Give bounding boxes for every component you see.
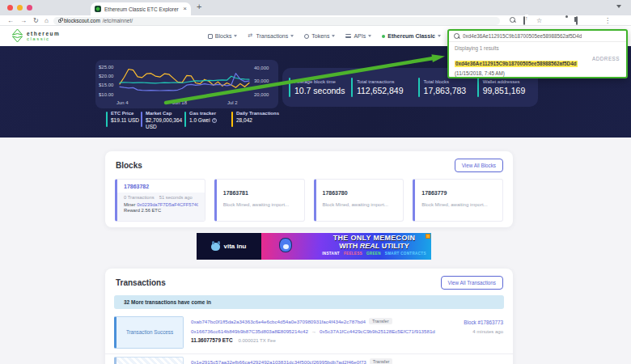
nav-item-tokens[interactable]: Tokens: [304, 33, 335, 39]
transaction-row: 0x1e2915c57aa32efb66ca4292492a103831dc34…: [105, 354, 513, 364]
forward-button[interactable]: →: [20, 15, 27, 26]
miner-address-link[interactable]: 0x0239da7F7D5aF4CFF574C507bb...: [137, 202, 198, 207]
search-result-address-link[interactable]: 0xd4e36Ae112915C9b18700505ee58988562af5D…: [455, 61, 578, 67]
block-tile[interactable]: 17863780 Block Mined, awaiting import...: [314, 179, 404, 222]
share-icon[interactable]: [523, 16, 525, 25]
ad-tag: SMART CONTRACTS: [385, 252, 426, 256]
hero-substats-row: ETC Price $19.11 USD Market Cap $2,709,0…: [106, 111, 290, 131]
address-bar[interactable]: blockscout.com/etc/mainnet/: [53, 17, 500, 25]
lock-icon: [58, 19, 61, 23]
x-axis-tick: Jul 2: [227, 100, 238, 105]
bookmark-star-icon[interactable]: ☆: [536, 17, 542, 24]
new-transactions-banner[interactable]: 32 More transactions have come in: [114, 295, 504, 309]
window-zoom-button[interactable]: [27, 5, 32, 11]
from-address-link[interactable]: 0x166736cc614b849b9b87C35d803a8E8095214c…: [191, 328, 308, 334]
block-tiles: 17863782 0 Transactions 51 seconds ago M…: [105, 177, 513, 223]
transaction-value: 11.36077579 ETC: [191, 337, 233, 343]
ad-tag: GREEN: [366, 252, 381, 256]
reload-button[interactable]: ↻: [33, 15, 39, 26]
ad-subheadline: WITH REAL UTILITY: [303, 243, 431, 251]
nav-item-network-selector[interactable]: Ethereum Classic: [382, 33, 441, 39]
transactions-title: Transactions: [116, 278, 166, 287]
stat-accent-bar: [418, 78, 420, 97]
search-results-dropdown: 0xd4e36Ae112915C9b18700505ee58988562af5D…: [447, 29, 628, 78]
block-age: 51 seconds ago: [159, 195, 193, 200]
browser-tab[interactable]: Ethereum Classic ETC Explorer ×: [91, 2, 191, 15]
substat-accent-bar: [231, 112, 233, 127]
hero-chart-plot[interactable]: [118, 61, 251, 99]
substat-accent-bar: [184, 112, 186, 127]
transaction-status-badge: Transaction Success: [114, 316, 184, 349]
substat-etc-price: ETC Price $19.11 USD: [106, 111, 141, 131]
block-number-link[interactable]: 17863782: [117, 180, 205, 193]
window-minimize-button[interactable]: [17, 5, 23, 11]
blocks-title: Blocks: [116, 161, 142, 170]
y2-axis-tick: 40,000: [254, 66, 269, 70]
block-tile[interactable]: 17863781 Block Mined, awaiting import...: [214, 179, 305, 222]
info-icon[interactable]: ?: [212, 118, 217, 123]
ad-banner[interactable]: vita inu THE ONLY MEMECOIN WITH REAL UTI…: [197, 233, 431, 260]
substat-gas-tracker: Gas tracker 1.0 Gwei?: [184, 111, 231, 131]
transaction-type-tag: Transfer: [369, 318, 392, 324]
nav-item-apis[interactable]: APIs: [345, 33, 371, 39]
browser-url-bar: ← → ↻ ⌂ blockscout.com/etc/mainnet/ ☆ ⋮: [0, 15, 631, 26]
back-button[interactable]: ←: [7, 15, 14, 26]
nav-item-transactions[interactable]: Transactions: [248, 33, 294, 39]
search-icon: [454, 33, 459, 39]
stat-total-blocks: Total blocks 17,863,783: [418, 78, 477, 97]
ad-info-icon[interactable]: [426, 234, 430, 239]
dog-mascot-icon: [279, 238, 292, 252]
transaction-fee: 0.000021 TX Fee: [239, 338, 276, 343]
transaction-type-tag: Transfer: [370, 358, 393, 364]
x-axis-tick: Jun 18: [172, 100, 187, 105]
search-input[interactable]: 0xd4e36Ae112915C9b18700505ee58988562af5D…: [449, 31, 626, 42]
tab-favicon-icon: [95, 6, 101, 12]
search-query-text: 0xd4e36Ae112915C9b18700505ee58988562af5D…: [463, 33, 582, 39]
block-tile[interactable]: 17863779 Block Mined, awaiting import...: [413, 179, 503, 222]
substat-accent-bar: [141, 112, 142, 127]
etc-diamond-icon: [11, 29, 23, 42]
chevron-down-icon: [368, 35, 371, 37]
block-number: 17863781: [217, 186, 304, 199]
y2-axis-tick: 20,000: [254, 92, 269, 97]
to-address-link[interactable]: 0x5c37A1fCc4429cC9b9b25128Ec5EfC71f91358…: [320, 328, 435, 334]
transfer-arrows-icon: [248, 34, 253, 39]
y-axis-tick: $20.00: [99, 74, 113, 78]
ad-tag: INSTANT: [322, 252, 340, 256]
network-status-dot: [382, 35, 385, 38]
transactions-card: Transactions View All Transactions 32 Mo…: [105, 269, 513, 364]
search-result-date: (11/15/2018, 7:45 AM): [455, 70, 620, 76]
stat-accent-bar: [477, 78, 479, 97]
sidebar-icon[interactable]: [576, 16, 578, 25]
x-axis-tick: Jun 4: [116, 100, 129, 105]
block-tile[interactable]: 17863782 0 Transactions 51 seconds ago M…: [115, 179, 205, 222]
stat-wallet-addresses: Wallet addresses 99,851,169: [477, 78, 531, 97]
view-all-blocks-button[interactable]: View All Blocks: [455, 159, 503, 172]
transaction-hash-link[interactable]: 0x1e2915c57aa32efb66ca4292492a103831dc34…: [191, 359, 366, 364]
transaction-hash-link[interactable]: 0xab747bc0f1ff5da2a34363c6e4e6cbc4d54a0e…: [191, 319, 366, 324]
transaction-age: 4 minutes ago: [440, 329, 503, 334]
search-result-type-label: ADDRESS: [592, 56, 620, 61]
chevron-down-icon: [332, 35, 335, 37]
block-number-link[interactable]: Block #17863773: [440, 320, 503, 325]
home-button[interactable]: ⌂: [44, 15, 49, 26]
blocks-card: Blocks View All Blocks 17863782 0 Transa…: [105, 151, 513, 227]
ad-tag: FEELESS: [344, 252, 362, 256]
substat-daily-transactions: Daily Transactions 28,042: [231, 111, 290, 131]
new-tab-button[interactable]: +: [197, 2, 201, 11]
search-results-summary: Displaying 1 results: [455, 45, 620, 51]
chevron-down-icon: [290, 35, 294, 37]
stat-accent-bar: [289, 78, 290, 97]
view-all-transactions-button[interactable]: View All Transactions: [441, 276, 503, 290]
nav-item-blocks[interactable]: Blocks: [208, 33, 238, 39]
coin-icon: [304, 34, 309, 39]
tab-close-icon[interactable]: ×: [183, 6, 187, 12]
main-nav: Blocks Transactions Tokens APIs Ethereum: [208, 26, 441, 46]
list-icon: [345, 34, 351, 38]
site-logo[interactable]: ethereum classic: [11, 29, 60, 42]
ad-brand: vita inu: [223, 243, 246, 250]
chevron-down-icon[interactable]: [616, 5, 621, 8]
window-close-button[interactable]: [7, 5, 13, 11]
chevron-down-icon: [234, 35, 237, 37]
browser-menu-icon[interactable]: ⋮: [604, 17, 611, 24]
